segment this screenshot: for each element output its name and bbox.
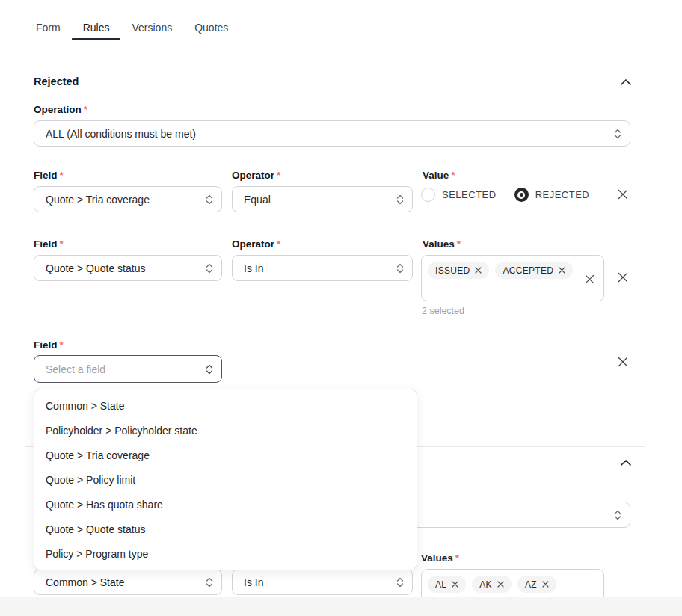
radio-option-rejected[interactable]: REJECTED	[514, 188, 590, 202]
operation-label: Operation*	[34, 104, 87, 115]
remove-chip-icon[interactable]	[559, 267, 565, 274]
required-asterisk: *	[457, 238, 461, 250]
tab-quotes[interactable]: Quotes	[183, 16, 239, 40]
dropdown-option[interactable]: Policy > Program type	[34, 541, 417, 566]
chip-label: AZ	[525, 579, 537, 590]
next-condition-operator-value: Is In	[244, 576, 263, 588]
value-chip: ACCEPTED	[495, 262, 573, 279]
chevron-updown-icon	[614, 128, 621, 139]
close-icon	[617, 356, 629, 368]
collapse-section-button[interactable]	[617, 455, 635, 470]
value-chip: AZ	[517, 576, 556, 593]
selected-count-helper: 2 selected	[422, 306, 464, 316]
chevron-updown-icon	[206, 576, 213, 588]
condition1-operator-select[interactable]: Equal	[232, 186, 413, 212]
tab-bar: Form Rules Versions Quotes	[25, 16, 645, 40]
condition2-field-value: Quote > Quote status	[46, 262, 145, 274]
value-label: Value*	[423, 170, 455, 181]
required-asterisk: *	[60, 170, 64, 181]
field-label: Field*	[34, 238, 64, 250]
operation-select[interactable]: ALL (All conditions must be met)	[34, 120, 630, 147]
dropdown-option[interactable]: Quote > Has quota share	[34, 492, 417, 517]
condition3-field-placeholder: Select a field	[46, 363, 105, 375]
radio-unchecked-icon	[421, 188, 435, 202]
condition1-field-select[interactable]: Quote > Tria coverage	[34, 186, 222, 212]
condition1-value-radio-group: SELECTED REJECTED	[421, 188, 589, 202]
required-asterisk: *	[60, 339, 64, 351]
required-asterisk: *	[455, 552, 459, 564]
operation-select-value: ALL (All conditions must be met)	[46, 128, 196, 140]
operator-label-text: Operator	[232, 170, 274, 181]
required-asterisk: *	[84, 104, 87, 115]
condition3-remove-button[interactable]	[614, 353, 632, 371]
values-label-text: Values	[421, 552, 453, 564]
value-label-text: Value	[423, 170, 449, 181]
radio-label: REJECTED	[535, 189, 590, 200]
radio-label: SELECTED	[442, 189, 497, 200]
condition1-operator-value: Equal	[244, 194, 271, 206]
operator-label: Operator*	[232, 170, 280, 181]
operation-label-text: Operation	[34, 104, 82, 115]
tab-versions[interactable]: Versions	[120, 16, 183, 40]
required-asterisk: *	[451, 170, 455, 181]
condition2-operator-select[interactable]: Is In	[232, 255, 413, 281]
values-label-text: Values	[423, 238, 455, 250]
chip-label: AL	[435, 579, 446, 590]
remove-chip-icon[interactable]	[542, 581, 549, 588]
next-condition-field-value: Common > State	[46, 576, 124, 588]
required-asterisk: *	[277, 238, 280, 250]
next-condition-field-select[interactable]: Common > State	[34, 569, 222, 595]
tab-form[interactable]: Form	[25, 16, 72, 40]
condition1-remove-button[interactable]	[614, 185, 632, 203]
operator-label: Operator*	[232, 238, 280, 250]
chevron-up-icon	[621, 460, 631, 466]
chevron-updown-icon	[206, 262, 213, 274]
required-asterisk: *	[60, 238, 64, 250]
condition2-operator-value: Is In	[244, 262, 263, 274]
chevron-updown-icon	[614, 509, 621, 520]
condition1-field-value: Quote > Tria coverage	[46, 194, 150, 206]
dropdown-option[interactable]: Quote > Tria coverage	[34, 443, 417, 467]
value-chip: AK	[472, 576, 512, 593]
condition2-values-multiselect[interactable]: ISSUED ACCEPTED	[421, 255, 604, 301]
value-chip: ISSUED	[428, 262, 489, 279]
field-options-dropdown: Common > State Policyholder > Policyhold…	[34, 389, 417, 570]
values-label: Values*	[421, 552, 459, 564]
remove-chip-icon[interactable]	[497, 581, 504, 588]
radio-option-selected[interactable]: SELECTED	[421, 188, 497, 202]
dropdown-option[interactable]: Common > State	[34, 393, 417, 418]
close-icon	[617, 188, 629, 200]
chip-label: ACCEPTED	[503, 265, 553, 276]
field-label-text: Field	[34, 170, 58, 181]
chevron-updown-icon	[396, 262, 404, 274]
section-title-rejected: Rejected	[34, 76, 79, 87]
field-label-text: Field	[34, 339, 58, 351]
field-label-text: Field	[34, 238, 58, 250]
remove-chip-icon[interactable]	[475, 267, 482, 274]
chip-label: ISSUED	[435, 265, 470, 276]
condition3-field-select[interactable]: Select a field	[34, 355, 222, 383]
field-label: Field*	[34, 170, 64, 181]
chevron-updown-icon	[396, 576, 404, 588]
chevron-updown-icon	[396, 194, 404, 205]
dropdown-option[interactable]: Quote > Quote status	[34, 517, 417, 541]
chip-label: AK	[479, 579, 492, 590]
dropdown-option[interactable]: Policyholder > Policyholder state	[34, 418, 417, 443]
condition2-field-select[interactable]: Quote > Quote status	[34, 255, 222, 281]
chevron-updown-icon	[206, 363, 213, 375]
tab-rules[interactable]: Rules	[72, 16, 121, 40]
collapse-section-button[interactable]	[617, 75, 635, 90]
dropdown-option[interactable]: Quote > Policy limit	[34, 467, 417, 492]
condition2-remove-button[interactable]	[614, 268, 632, 286]
chevron-updown-icon	[206, 194, 213, 205]
next-condition-operator-select[interactable]: Is In	[232, 569, 413, 595]
values-label: Values*	[423, 238, 461, 250]
remove-chip-icon[interactable]	[452, 581, 458, 588]
close-icon	[617, 271, 629, 283]
clear-values-icon[interactable]	[585, 274, 595, 284]
required-asterisk: *	[277, 170, 280, 181]
window-bottom-edge	[0, 597, 682, 616]
chevron-up-icon	[621, 79, 631, 85]
operator-label-text: Operator	[232, 238, 274, 250]
field-label: Field*	[34, 339, 64, 351]
